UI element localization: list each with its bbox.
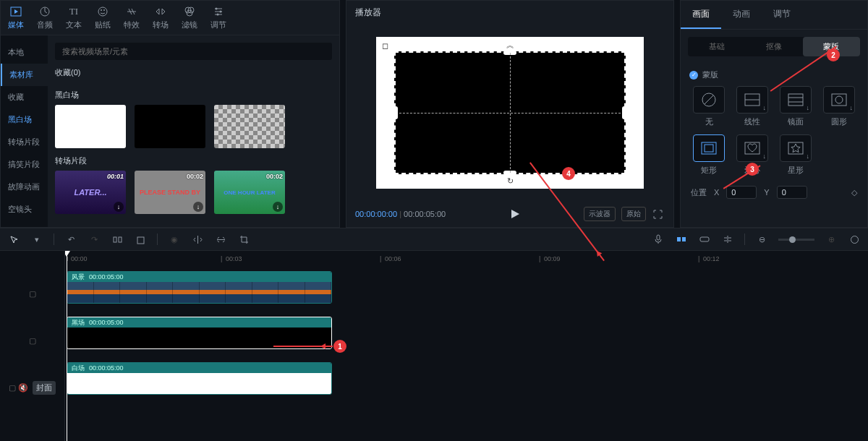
check-icon[interactable]: ✓ bbox=[689, 71, 698, 80]
zoom-slider[interactable] bbox=[778, 239, 814, 241]
svg-point-9 bbox=[220, 11, 222, 13]
side-library[interactable]: 素材库 bbox=[1, 64, 48, 86]
flip-icon[interactable] bbox=[214, 233, 227, 246]
ruler[interactable]: I00:00 |00:03 |00:06 |00:09 |00:12 bbox=[65, 251, 868, 268]
mic-icon[interactable] bbox=[652, 233, 665, 246]
player-title: 播放器 bbox=[346, 1, 673, 25]
svg-point-4 bbox=[103, 9, 105, 11]
crop-icon[interactable] bbox=[237, 233, 250, 246]
svg-point-30 bbox=[851, 236, 858, 243]
inspector-panel: 画面 动画 调节 基础 抠像 蒙版 ✓蒙版 无 ↓线性 ↓镜面 ↓圆形 矩形 ↓… bbox=[680, 0, 868, 228]
zoom-in-icon[interactable]: ⊕ bbox=[825, 233, 838, 246]
tab-audio[interactable]: 音频 bbox=[37, 5, 53, 30]
orig-button[interactable]: 原始 bbox=[621, 207, 646, 221]
delete-icon[interactable] bbox=[134, 233, 147, 246]
timeline: ▢ ▢ ▢ 🔇 封面 I00:00 |00:03 |00:06 |00:09 |… bbox=[0, 251, 868, 441]
keyframe-icon[interactable]: ◇ bbox=[851, 188, 857, 197]
mask-none[interactable]: 无 bbox=[691, 86, 727, 127]
clip-scenery[interactable]: 风景00:00:05:00 bbox=[67, 271, 332, 304]
clip-white[interactable]: 白场00:00:05:00 bbox=[67, 362, 332, 395]
thumb-white[interactable] bbox=[55, 105, 126, 148]
media-sidebar: 本地 素材库 收藏 黑白场 转场片段 搞笑片段 故障动画 空镜头 片头 bbox=[1, 35, 48, 227]
rotate-icon[interactable]: ↻ bbox=[507, 176, 514, 186]
track-header-2[interactable]: ▢ bbox=[0, 321, 64, 361]
svg-rect-26 bbox=[657, 235, 660, 240]
mask-star[interactable]: ↓星形 bbox=[778, 134, 814, 176]
tab-media[interactable]: 媒体 bbox=[8, 5, 24, 30]
handle-right[interactable] bbox=[622, 106, 626, 119]
subtab-cutout[interactable]: 抠像 bbox=[745, 37, 802, 56]
tab-transition[interactable]: 转场 bbox=[153, 5, 169, 30]
download-icon[interactable]: ↓ bbox=[193, 202, 203, 212]
clip-black[interactable]: 黑场00:00:05:00 bbox=[67, 317, 332, 349]
svg-point-8 bbox=[216, 8, 218, 10]
section-bw: 黑白场 bbox=[55, 90, 332, 100]
zoom-out-icon[interactable]: ⊖ bbox=[755, 233, 768, 246]
handle-top[interactable] bbox=[503, 51, 516, 55]
scope-button[interactable]: 示波器 bbox=[584, 207, 616, 221]
undo-icon[interactable]: ↶ bbox=[64, 233, 77, 246]
thumb-transparent[interactable] bbox=[214, 105, 285, 148]
tab-filter[interactable]: 滤镜 bbox=[182, 5, 197, 30]
side-intro[interactable]: 片头 bbox=[1, 220, 48, 227]
mirror-icon[interactable] bbox=[191, 233, 204, 246]
subtab-basic[interactable]: 基础 bbox=[688, 37, 745, 56]
tab-text[interactable]: TI文本 bbox=[66, 5, 82, 30]
mask-circle[interactable]: ↓圆形 bbox=[821, 86, 857, 127]
chevron-up-icon: ︽ bbox=[506, 40, 514, 51]
fullscreen-icon[interactable] bbox=[652, 207, 665, 220]
download-icon: ↓ bbox=[763, 153, 767, 160]
thumb-black[interactable] bbox=[135, 105, 205, 148]
transition-icon bbox=[154, 5, 167, 18]
side-empty[interactable]: 空镜头 bbox=[1, 198, 48, 220]
tab-adjust[interactable]: 调节 bbox=[210, 5, 226, 30]
side-local[interactable]: 本地 bbox=[1, 41, 48, 64]
thumb-later[interactable]: LATER...00:01↓ bbox=[55, 171, 126, 214]
mask-mirror[interactable]: ↓镜面 bbox=[778, 86, 814, 127]
track-header-1[interactable]: ▢ bbox=[0, 274, 64, 314]
side-trans[interactable]: 转场片段 bbox=[1, 131, 48, 153]
tab-sticker[interactable]: 贴纸 bbox=[95, 5, 111, 30]
insp-tab-adjust[interactable]: 调节 bbox=[762, 1, 802, 29]
handle-left[interactable] bbox=[393, 106, 398, 119]
search-input[interactable] bbox=[55, 43, 332, 60]
record-icon[interactable]: ◉ bbox=[168, 233, 181, 246]
chevron-down-icon[interactable]: ▾ bbox=[30, 233, 43, 246]
pos-y-input[interactable] bbox=[777, 186, 807, 199]
mask-linear[interactable]: ↓线性 bbox=[734, 86, 770, 127]
tab-effect[interactable]: 特效 bbox=[124, 5, 140, 30]
download-icon[interactable]: ↓ bbox=[273, 202, 283, 212]
svg-rect-25 bbox=[137, 237, 144, 244]
magnet-icon[interactable] bbox=[675, 233, 688, 246]
side-funny[interactable]: 搞笑片段 bbox=[1, 153, 48, 176]
align-icon[interactable] bbox=[721, 233, 734, 246]
mask-rect[interactable]: 矩形 bbox=[691, 134, 727, 176]
insp-tab-picture[interactable]: 画面 bbox=[681, 1, 721, 29]
svg-point-2 bbox=[98, 7, 107, 16]
mask-title: 蒙版 bbox=[702, 69, 718, 80]
pos-x-input[interactable] bbox=[726, 186, 757, 199]
link-icon[interactable] bbox=[698, 233, 711, 246]
split-icon[interactable] bbox=[111, 233, 124, 246]
fit-icon[interactable] bbox=[848, 233, 861, 246]
text-icon: TI bbox=[67, 5, 80, 18]
side-bw[interactable]: 黑白场 bbox=[1, 108, 48, 131]
marker-4: 4 bbox=[562, 167, 575, 180]
section-trans: 转场片段 bbox=[55, 155, 332, 166]
handle-bottom[interactable] bbox=[503, 171, 516, 175]
marker-3: 3 bbox=[746, 163, 759, 176]
track-header-main[interactable]: ▢ 🔇 封面 bbox=[0, 368, 64, 408]
side-glitch[interactable]: 故障动画 bbox=[1, 176, 48, 198]
mask-rect[interactable] bbox=[394, 51, 626, 174]
insp-tab-anim[interactable]: 动画 bbox=[721, 1, 762, 29]
thumb-hourlater[interactable]: ONE HOUR LATER00:02↓ bbox=[214, 171, 285, 214]
select-tool[interactable] bbox=[7, 233, 20, 246]
playhead[interactable] bbox=[67, 251, 67, 441]
play-button[interactable] bbox=[510, 209, 520, 219]
preview-canvas[interactable]: ◻ ︽ ↻ bbox=[376, 37, 644, 189]
thumb-standby[interactable]: PLEASE STAND BY00:02↓ bbox=[135, 171, 205, 214]
timeline-tracks[interactable]: I00:00 |00:03 |00:06 |00:09 |00:12 风景00:… bbox=[65, 251, 868, 441]
download-icon[interactable]: ↓ bbox=[114, 202, 124, 212]
side-fav[interactable]: 收藏 bbox=[1, 86, 48, 108]
redo-icon[interactable]: ↷ bbox=[88, 233, 101, 246]
